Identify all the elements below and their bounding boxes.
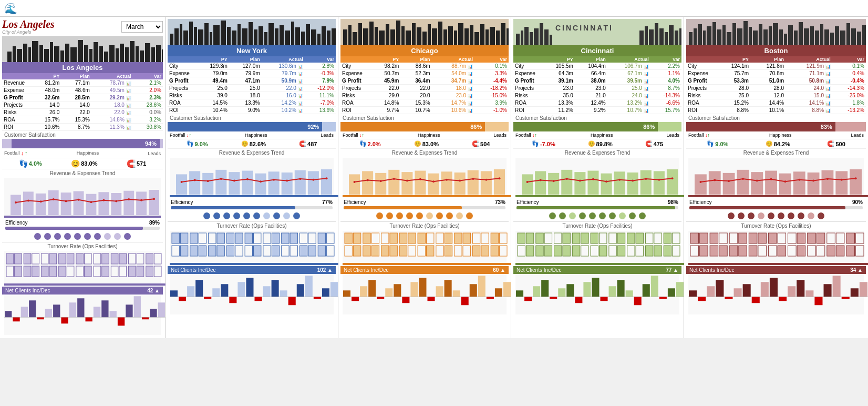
la-header: Los Angeles City of Angels March January…: [2, 19, 163, 35]
ny-trend-label: Revenue & Expenses Trend: [168, 149, 336, 157]
svg-rect-141: [810, 26, 814, 45]
svg-rect-34: [180, 24, 182, 45]
month-selector[interactable]: March January February April: [121, 21, 163, 33]
svg-rect-4: [23, 44, 27, 62]
svg-rect-126: [732, 23, 736, 45]
svg-rect-130: [753, 31, 758, 45]
svg-rect-33: [174, 28, 179, 45]
svg-rect-58: [306, 24, 310, 45]
svg-rect-113: [669, 25, 674, 45]
svg-rect-59: [311, 29, 316, 45]
svg-rect-16: [89, 49, 92, 62]
svg-rect-60: [317, 34, 321, 45]
svg-rect-81: [428, 24, 431, 45]
svg-rect-24: [130, 41, 135, 62]
la-trend-chart: [4, 178, 161, 218]
bos-eff-bar: [689, 206, 863, 209]
svg-rect-138: [794, 31, 798, 45]
svg-rect-75: [396, 21, 400, 45]
ny-csat-bar: 92%: [168, 122, 336, 131]
la-skyline: [2, 36, 163, 62]
svg-rect-62: [327, 31, 330, 45]
svg-rect-46: [242, 28, 247, 45]
chi-dots: [340, 210, 509, 221]
svg-rect-38: [198, 29, 203, 45]
svg-rect-23: [125, 47, 129, 62]
svg-rect-149: [851, 28, 856, 45]
svg-rect-88: [464, 28, 469, 45]
chi-col: Chicago PY Plan Actual Var City 98.2m 88…: [338, 17, 511, 338]
svg-rect-150: [857, 32, 861, 45]
ny-turnover-chart: [170, 231, 334, 265]
bos-turnover-chart: [688, 231, 864, 265]
svg-rect-119: [698, 24, 702, 45]
svg-rect-56: [295, 27, 300, 45]
bos-trend-label: Revenue & Expenses Trend: [686, 149, 866, 157]
svg-rect-118: [694, 28, 697, 45]
svg-rect-22: [120, 44, 124, 62]
svg-rect-17: [94, 42, 98, 62]
cin-city-header: Cincinnati: [513, 45, 681, 56]
la-efficiency-bg: [5, 227, 160, 230]
svg-rect-10: [54, 46, 59, 62]
svg-rect-9: [50, 42, 53, 62]
svg-rect-61: [322, 26, 326, 45]
svg-rect-36: [189, 22, 193, 45]
la-footfall-row: Footfall ↓ ↑ Happiness Leads: [2, 148, 163, 158]
bos-net-chart: [688, 275, 864, 314]
svg-rect-25: [136, 46, 139, 62]
cin-net-row: Net Clients Inc/Dec77 ▲: [513, 266, 681, 274]
cin-eff-row: Efficiency98%: [513, 198, 681, 206]
svg-rect-99: [516, 34, 520, 45]
chi-skyline: [340, 19, 509, 45]
svg-rect-45: [237, 24, 241, 45]
svg-rect-93: [490, 27, 495, 45]
svg-rect-107: [639, 31, 644, 45]
svg-rect-106: [550, 35, 552, 45]
chi-net-chart: [343, 275, 507, 314]
ny-net-row: Net Clients Inc/Dec102 ▲: [168, 266, 336, 274]
la-footfall-values: 👣 4.0% 😊 83.0% 🧲 571: [2, 158, 163, 169]
svg-rect-123: [717, 29, 721, 45]
bos-dots: [686, 210, 866, 221]
svg-rect-54: [285, 31, 290, 45]
svg-rect-122: [712, 22, 716, 45]
cin-turnover-label: Turnover Rate (Ops Facilities): [513, 221, 681, 230]
svg-rect-95: [501, 23, 505, 45]
svg-rect-41: [213, 25, 220, 45]
svg-rect-114: [675, 31, 678, 45]
svg-rect-39: [204, 23, 209, 45]
chi-csat-label: Customer Satisfaction: [340, 114, 509, 122]
svg-rect-103: [534, 28, 539, 45]
chi-turnover-chart: [343, 231, 507, 265]
cin-eff-bar: [516, 206, 678, 209]
la-metrics-table: PY Plan Actual Var Revenue 81.2m 77.1m 7…: [2, 73, 163, 131]
bos-csat-bar: 83%: [686, 122, 866, 131]
svg-rect-90: [474, 32, 479, 45]
svg-rect-71: [375, 27, 378, 45]
svg-rect-47: [249, 22, 253, 45]
svg-rect-105: [544, 29, 549, 45]
cin-csat-label: Customer Satisfaction: [513, 114, 681, 122]
svg-rect-65: [343, 29, 347, 45]
dashboard: 🌊 Los Angeles City of Angels March Janua…: [0, 0, 868, 338]
svg-rect-68: [358, 23, 362, 45]
svg-text:CINCINNATI: CINCINNATI: [555, 24, 613, 32]
svg-rect-140: [804, 28, 809, 45]
svg-rect-84: [443, 29, 447, 45]
svg-rect-142: [815, 31, 819, 45]
svg-rect-42: [221, 21, 226, 45]
la-logo-sub: City of Angels: [2, 29, 117, 35]
bos-col: Boston PY Plan Actual Var City 124.1m 12…: [684, 17, 868, 338]
svg-rect-129: [749, 27, 752, 45]
svg-rect-132: [763, 29, 768, 45]
svg-rect-87: [458, 23, 463, 45]
bos-csat-label: Customer Satisfaction: [686, 114, 866, 122]
svg-rect-120: [703, 31, 706, 45]
svg-rect-20: [109, 45, 115, 62]
svg-rect-29: [156, 45, 161, 62]
cin-dots: [513, 210, 681, 221]
svg-rect-124: [722, 25, 726, 45]
svg-rect-48: [254, 29, 257, 45]
ny-net-chart: [170, 275, 334, 314]
